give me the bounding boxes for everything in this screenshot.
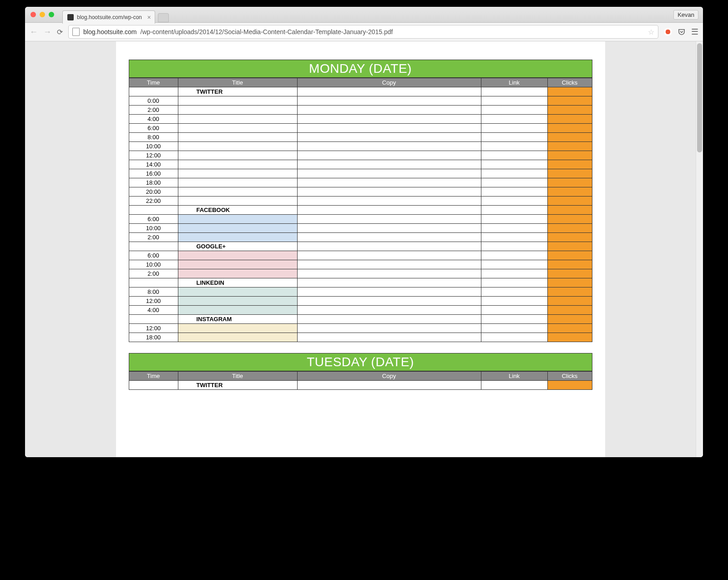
close-window-button[interactable] [30, 12, 36, 17]
toolbar: ← → ⟳ blog.hootsuite.com/wp-content/uplo… [25, 23, 703, 41]
section-row-instagram: INSTAGRAM [129, 315, 592, 324]
header-title: Title [178, 78, 297, 87]
pdf-viewer[interactable]: MONDAY (DATE) Time Title Copy Link Click… [25, 41, 696, 457]
table-row: 2:00 [129, 106, 592, 115]
table-row: 4:00 [129, 306, 592, 315]
forward-button[interactable]: → [43, 27, 51, 37]
tab-title: blog.hootsuite.com/wp-con [77, 14, 142, 20]
header-clicks: Clicks [547, 372, 592, 381]
table-row: 18:00 [129, 178, 592, 187]
table-row: 20:00 [129, 187, 592, 197]
pocket-extension-icon[interactable] [677, 28, 686, 36]
table-row: 16:00 [129, 169, 592, 178]
table-row: 6:00 [129, 251, 592, 260]
day-banner: TUESDAY (DATE) [129, 353, 592, 371]
vertical-scrollbar[interactable] [696, 41, 703, 457]
section-label: TWITTER [178, 381, 297, 390]
section-label: INSTAGRAM [178, 315, 297, 324]
section-label: TWITTER [178, 87, 297, 96]
table-row: 2:00 [129, 233, 592, 242]
table-row: 6:00 [129, 215, 592, 224]
table-row: 10:00 [129, 224, 592, 233]
header-link: Link [481, 78, 547, 87]
window-controls [30, 12, 54, 17]
section-label: LINKEDIN [178, 278, 297, 287]
table-row: 22:00 [129, 197, 592, 206]
section-row-googleplus: GOOGLE+ [129, 242, 592, 251]
section-label: FACEBOOK [178, 206, 297, 215]
section-row-facebook: FACEBOOK [129, 206, 592, 215]
scrollbar-thumb[interactable] [697, 43, 702, 152]
page-icon [72, 28, 80, 36]
reload-button[interactable]: ⟳ [57, 28, 63, 36]
header-copy: Copy [297, 372, 481, 381]
day-banner: MONDAY (DATE) [129, 60, 592, 78]
header-title: Title [178, 372, 297, 381]
new-tab-button[interactable] [158, 13, 169, 22]
calendar-day-monday: MONDAY (DATE) Time Title Copy Link Click… [129, 60, 592, 342]
section-row-twitter: TWITTER [129, 87, 592, 96]
table-row: 6:00 [129, 124, 592, 133]
browser-window: blog.hootsuite.com/wp-con × Kevan ← → ⟳ … [25, 7, 703, 457]
table-row: 4:00 [129, 115, 592, 124]
url-host: blog.hootsuite.com [83, 28, 137, 35]
pdf-page: MONDAY (DATE) Time Title Copy Link Click… [116, 41, 605, 457]
table-row: 8:00 [129, 133, 592, 142]
browser-tab[interactable]: blog.hootsuite.com/wp-con × [62, 10, 155, 24]
favicon-icon [67, 14, 74, 20]
close-tab-button[interactable]: × [147, 14, 151, 21]
fullscreen-window-button[interactable] [49, 12, 54, 17]
section-row-twitter: TWITTER [129, 381, 592, 390]
header-link: Link [481, 372, 547, 381]
header-clicks: Clicks [547, 78, 592, 87]
header-time: Time [129, 372, 178, 381]
table-row: 12:00 [129, 324, 592, 333]
calendar-table-tuesday: Time Title Copy Link Clicks TWITTER [129, 371, 592, 390]
viewport: MONDAY (DATE) Time Title Copy Link Click… [25, 41, 703, 457]
table-row: 18:00 [129, 333, 592, 342]
table-row: 14:00 [129, 160, 592, 169]
ublock-extension-icon[interactable] [664, 28, 672, 36]
table-row: 12:00 [129, 151, 592, 160]
profile-button[interactable]: Kevan [673, 10, 698, 20]
calendar-day-tuesday: TUESDAY (DATE) Time Title Copy Link Clic… [129, 353, 592, 390]
url-path: /wp-content/uploads/2014/12/Social-Media… [141, 28, 393, 35]
minimize-window-button[interactable] [40, 12, 45, 17]
header-copy: Copy [297, 78, 481, 87]
section-label: GOOGLE+ [178, 242, 297, 251]
header-time: Time [129, 78, 178, 87]
table-row: 8:00 [129, 287, 592, 297]
back-button[interactable]: ← [30, 27, 38, 37]
table-row: 10:00 [129, 142, 592, 151]
chrome-menu-button[interactable]: ☰ [691, 27, 698, 37]
table-row: 12:00 [129, 297, 592, 306]
table-row: 10:00 [129, 260, 592, 269]
calendar-table-monday: Time Title Copy Link Clicks TWITTER [129, 78, 592, 342]
title-bar: blog.hootsuite.com/wp-con × Kevan [25, 7, 703, 23]
table-row: 2:00 [129, 269, 592, 278]
table-row: 0:00 [129, 96, 592, 106]
address-bar[interactable]: blog.hootsuite.com/wp-content/uploads/20… [68, 25, 658, 39]
section-row-linkedin: LINKEDIN [129, 278, 592, 287]
bookmark-star-icon[interactable]: ☆ [648, 28, 654, 36]
